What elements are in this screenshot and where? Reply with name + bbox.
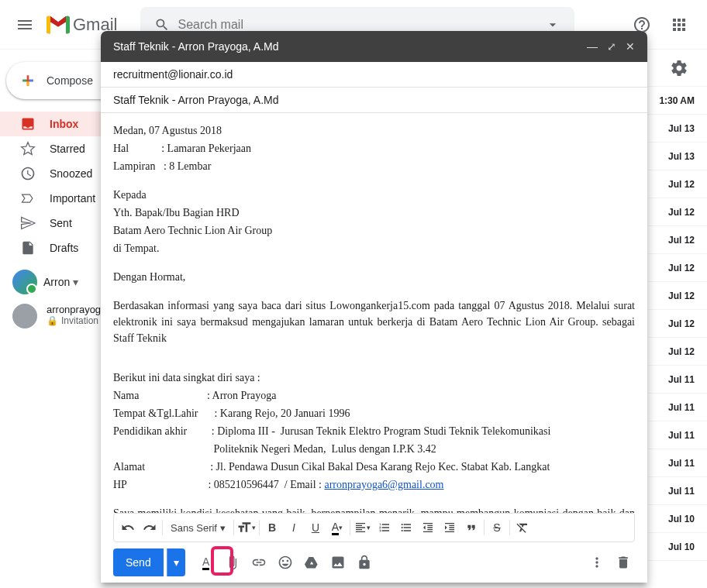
- font-size-button[interactable]: ▾: [236, 517, 257, 538]
- indent-more-button[interactable]: [439, 517, 460, 538]
- link-icon[interactable]: [247, 551, 271, 574]
- compose-title: Staff Teknik - Arron Prayoga, A.Md: [113, 40, 587, 53]
- photo-icon[interactable]: [326, 551, 350, 574]
- nav-label: Important: [50, 192, 95, 205]
- fullscreen-icon[interactable]: ⤢: [607, 40, 616, 53]
- body-line: di Tempat.: [113, 240, 635, 256]
- chevron-down-icon: ▾: [220, 522, 226, 534]
- star-icon: [20, 141, 36, 156]
- user-name: Arron: [43, 276, 70, 288]
- nav-label: Snoozed: [50, 167, 92, 180]
- email-date: Jul 10: [668, 542, 695, 552]
- more-options-icon[interactable]: [585, 551, 609, 574]
- search-icon[interactable]: [147, 17, 178, 33]
- body-line: Hal : Lamaran Pekerjaan: [113, 140, 635, 156]
- sent-icon: [20, 215, 36, 231]
- email-date: Jul 12: [668, 235, 695, 246]
- minimize-icon[interactable]: —: [587, 40, 598, 53]
- nav-label: Inbox: [50, 118, 78, 130]
- lock-timer-icon[interactable]: [353, 551, 376, 574]
- email-date: Jul 12: [668, 291, 695, 301]
- body-line: Medan, 07 Agustus 2018: [113, 122, 635, 139]
- align-button[interactable]: ▾: [352, 517, 374, 538]
- email-date: Jul 12: [668, 346, 695, 357]
- font-selector[interactable]: Sans Serif ▾: [164, 522, 232, 534]
- email-date: Jul 12: [668, 179, 695, 190]
- settings-icon[interactable]: [664, 53, 695, 84]
- numbered-list-button[interactable]: [374, 517, 395, 538]
- text-format-toggle[interactable]: A: [195, 551, 218, 574]
- body-paragraph: Saya memiliki kondisi kesehatan yang bai…: [113, 505, 635, 513]
- body-paragraph: Berdasakan informasi yang saya baca dari…: [113, 297, 635, 346]
- body-line: Alamat : Jl. Pendawa Dusun Cikal Bakal D…: [113, 459, 635, 475]
- email-date: Jul 10: [668, 514, 695, 524]
- email-date: Jul 11: [668, 374, 695, 385]
- inbox-icon: [20, 116, 36, 132]
- close-icon[interactable]: ✕: [626, 40, 635, 53]
- quote-button[interactable]: [460, 517, 482, 538]
- strikethrough-button[interactable]: S: [486, 517, 508, 538]
- body-line: Nama : Arron Prayoga: [113, 387, 635, 404]
- body-line: Politeknik Negeri Medan, Lulus dengan I.…: [113, 441, 635, 457]
- text-color-button[interactable]: A▾: [326, 517, 348, 538]
- undo-button[interactable]: [117, 517, 139, 538]
- email-date: Jul 12: [668, 318, 695, 329]
- attach-icon[interactable]: [221, 551, 244, 574]
- important-icon: [20, 191, 36, 206]
- send-options-button[interactable]: ▾: [167, 548, 185, 576]
- avatar: [12, 270, 37, 294]
- nav-label: Drafts: [50, 242, 78, 254]
- body-line: Batam Aero Technic Lion Air Group: [113, 222, 635, 239]
- email-date: Jul 11: [668, 402, 695, 413]
- plus-icon: [16, 68, 34, 93]
- subject-field[interactable]: Staff Teknik - Arron Prayoga, A.Md: [101, 88, 647, 113]
- nav-label: Starred: [50, 143, 85, 155]
- body-line: Dengan Hormat,: [113, 269, 635, 285]
- drive-icon[interactable]: [300, 551, 323, 574]
- email-date: 1:30 AM: [659, 95, 695, 106]
- nav-label: Sent: [50, 217, 72, 229]
- emoji-icon[interactable]: [274, 551, 297, 574]
- email-date: Jul 13: [668, 151, 695, 162]
- email-date: Jul 12: [668, 207, 695, 218]
- email-date: Jul 11: [668, 430, 695, 441]
- send-button[interactable]: Send: [113, 548, 164, 576]
- italic-button[interactable]: I: [283, 517, 305, 538]
- search-input[interactable]: [178, 18, 537, 32]
- bulleted-list-button[interactable]: [395, 517, 417, 538]
- format-toolbar: Sans Serif ▾ ▾ B I U A▾ ▾ S: [113, 513, 635, 542]
- indent-less-button[interactable]: [417, 517, 439, 538]
- body-line: HP : 085210596447 / Email : arronprayoga…: [113, 476, 635, 493]
- body-line: Yth. Bapak/Ibu Bagian HRD: [113, 205, 635, 221]
- body-line: Kepada: [113, 187, 635, 203]
- compose-body[interactable]: Medan, 07 Agustus 2018 Hal : Lamaran Pek…: [101, 113, 647, 513]
- clock-icon: [20, 166, 36, 181]
- compose-window: Staff Teknik - Arron Prayoga, A.Md — ⤢ ✕…: [101, 31, 647, 583]
- bold-button[interactable]: B: [261, 517, 283, 538]
- compose-header[interactable]: Staff Teknik - Arron Prayoga, A.Md — ⤢ ✕: [101, 31, 647, 62]
- body-line: Tempat &Tgl.Lahir : Karang Rejo, 20 Janu…: [113, 405, 635, 421]
- underline-button[interactable]: U: [305, 517, 326, 538]
- send-bar: Send ▾ A: [101, 542, 647, 583]
- chevron-down-icon: ▾: [73, 276, 78, 288]
- email-date: Jul 11: [668, 458, 695, 469]
- apps-icon[interactable]: [664, 9, 695, 40]
- menu-icon[interactable]: [6, 6, 43, 43]
- redo-button[interactable]: [139, 517, 160, 538]
- email-link[interactable]: arronprayoga6@gmail.com: [324, 479, 443, 490]
- contact-avatar: [12, 304, 37, 328]
- to-field[interactable]: recruitment@lionair.co.id: [101, 62, 647, 88]
- body-line: Pendidikan akhir : Diploma III - Jurusan…: [113, 423, 635, 439]
- email-date: Jul 13: [668, 123, 695, 134]
- body-line: Berikut ini data singkat diri saya :: [113, 370, 635, 386]
- delete-icon[interactable]: [612, 551, 635, 574]
- email-date: Jul 11: [668, 486, 695, 497]
- compose-label: Compose: [47, 74, 93, 87]
- remove-format-button[interactable]: [512, 517, 533, 538]
- email-date: Jul 12: [668, 263, 695, 273]
- drafts-icon: [20, 240, 36, 256]
- body-line: Lampiran : 8 Lembar: [113, 158, 635, 174]
- search-options-icon[interactable]: [537, 17, 568, 33]
